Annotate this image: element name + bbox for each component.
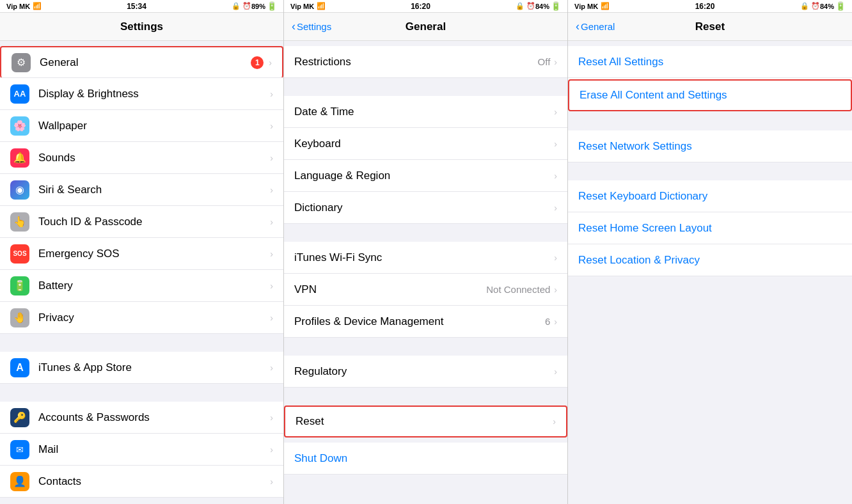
right-back-arrow: ‹ [576,20,580,33]
mid-item-profiles[interactable]: Profiles & Device Management 6 › [284,306,567,338]
sounds-label: Sounds [38,152,270,164]
left-item-itunes[interactable]: A iTunes & App Store › [0,352,283,384]
mid-item-datetime[interactable]: Date & Time › [284,96,567,128]
general-label: General [40,56,251,69]
right-settings-list: Reset All Settings Erase All Content and… [568,41,852,504]
right-battery-bar: 🔋 [835,1,846,11]
mid-item-shutdown[interactable]: Shut Down [284,443,567,475]
mid-wifi-icon: 📶 [317,2,326,10]
middle-back-button[interactable]: ‹ Settings [292,20,331,33]
touchid-label: Touch ID & Passcode [38,216,270,228]
keyboard-label: Keyboard [294,138,554,150]
mid-battery-bar: 🔋 [551,1,561,11]
sos-chevron: › [270,249,273,259]
mid-item-vpn[interactable]: VPN Not Connected › [284,274,567,306]
mid-item-ituneswifi[interactable]: iTunes Wi-Fi Sync › [284,242,567,274]
mid-item-dictionary[interactable]: Dictionary › [284,192,567,224]
privacy-chevron: › [270,313,273,323]
middle-panel: Vip MK 📶 16:20 🔒 ⏰ 84% 🔋 ‹ Settings Gene… [284,0,568,504]
right-item-reset-network[interactable]: Reset Network Settings [568,130,852,162]
dictionary-chevron: › [554,203,557,213]
display-label: Display & Brightness [38,88,270,100]
right-time: 16:20 [695,2,715,11]
mid-battery-icons: 🔒 ⏰ [516,2,535,10]
display-chevron: › [270,89,273,99]
mid-item-reset[interactable]: Reset › [284,406,567,437]
left-item-privacy[interactable]: 🤚 Privacy › [0,302,283,334]
right-item-reset-keyboard[interactable]: Reset Keyboard Dictionary [568,180,852,212]
regulatory-label: Regulatory [294,365,554,378]
right-item-reset-location[interactable]: Reset Location & Privacy [568,244,852,276]
datetime-label: Date & Time [294,106,554,118]
reset-keyboard-label: Reset Keyboard Dictionary [578,190,842,203]
mid-item-keyboard[interactable]: Keyboard › [284,128,567,160]
right-panel: Vip MK 📶 16:20 🔒 ⏰ 84% 🔋 ‹ General Reset [568,0,852,504]
wallpaper-chevron: › [270,121,273,131]
right-back-button[interactable]: ‹ General [576,20,615,33]
right-back-label: General [581,21,615,32]
reset-label: Reset [296,415,553,428]
vpn-value: Not Connected [486,284,550,295]
sos-icon: SOS [10,244,29,264]
battery-label: Battery [38,280,270,292]
wallpaper-icon: 🌸 [10,116,29,136]
right-carrier: Vip MK [574,3,598,10]
reset-network-label: Reset Network Settings [578,140,842,153]
restrictions-label: Restrictions [294,56,538,68]
mid-item-regulatory[interactable]: Regulatory › [284,356,567,388]
middle-back-label: Settings [297,21,331,32]
profiles-chevron: › [554,317,557,327]
left-time: 15:34 [127,2,146,11]
mid-item-language[interactable]: Language & Region › [284,160,567,192]
privacy-label: Privacy [38,311,270,324]
reset-all-label: Reset All Settings [578,56,842,68]
right-item-reset-home[interactable]: Reset Home Screen Layout [568,212,852,244]
display-icon: AA [10,84,29,104]
left-battery: 89% [251,3,265,10]
language-chevron: › [554,171,557,181]
siri-label: Siri & Search [38,184,270,196]
left-item-sounds[interactable]: 🔔 Sounds › [0,142,283,174]
mail-label: Mail [38,443,270,456]
siri-icon: ◉ [10,180,29,200]
datetime-chevron: › [554,107,557,117]
middle-settings-list: Restrictions Off › Date & Time › Keyboar… [284,41,567,504]
left-item-sos[interactable]: SOS Emergency SOS › [0,238,283,270]
left-item-touchid[interactable]: 👆 Touch ID & Passcode › [0,206,283,238]
mid-item-restrictions[interactable]: Restrictions Off › [284,46,567,78]
contacts-icon: 👤 [10,472,29,491]
restrictions-value: Off [538,56,551,67]
vpn-chevron: › [554,285,557,295]
left-item-wallpaper[interactable]: 🌸 Wallpaper › [0,110,283,142]
general-badge: 1 [251,56,264,69]
middle-status-bar: Vip MK 📶 16:20 🔒 ⏰ 84% 🔋 [284,0,567,13]
left-item-mail[interactable]: ✉ Mail › [0,434,283,466]
left-item-accounts[interactable]: 🔑 Accounts & Passwords › [0,402,283,434]
shutdown-label: Shut Down [294,452,557,465]
left-item-contacts[interactable]: 👤 Contacts › [0,466,283,498]
middle-nav-title: General [406,20,446,33]
mid-time: 16:20 [411,2,430,11]
sos-label: Emergency SOS [38,248,270,260]
accounts-chevron: › [270,413,273,423]
right-item-reset-all[interactable]: Reset All Settings [568,46,852,78]
left-item-display[interactable]: AA Display & Brightness › [0,78,283,110]
left-item-battery[interactable]: 🔋 Battery › [0,270,283,302]
reset-home-label: Reset Home Screen Layout [578,222,842,235]
privacy-icon: 🤚 [10,308,29,327]
left-battery-icon: 🔒 ⏰ [232,2,251,10]
accounts-icon: 🔑 [10,408,29,427]
left-item-general[interactable]: ⚙ General 1 › [0,46,283,78]
right-item-erase-all[interactable]: Erase All Content and Settings [568,79,852,111]
left-carrier: Vip MK [6,3,30,10]
restrictions-chevron: › [554,57,557,67]
mail-chevron: › [270,445,273,455]
reset-location-label: Reset Location & Privacy [578,254,842,267]
accounts-label: Accounts & Passwords [38,411,270,424]
reset-chevron: › [553,416,556,427]
left-panel: Vip MK 📶 15:34 🔒 ⏰ 89% 🔋 Settings [0,0,284,504]
contacts-label: Contacts [38,475,270,488]
left-item-siri[interactable]: ◉ Siri & Search › [0,174,283,206]
right-nav-title: Reset [695,20,725,33]
wallpaper-label: Wallpaper [38,120,270,132]
